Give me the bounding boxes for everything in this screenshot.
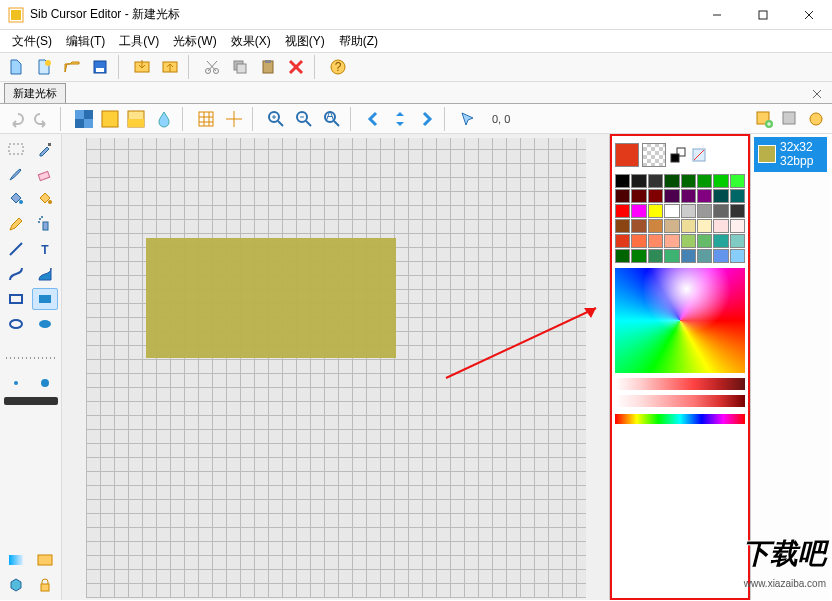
palette-swatch[interactable] [713, 174, 728, 188]
color-palette[interactable] [615, 174, 745, 263]
palette-swatch[interactable] [713, 234, 728, 248]
palette-swatch[interactable] [615, 189, 630, 203]
shade-bar-2[interactable] [615, 395, 745, 407]
palette-swatch[interactable] [681, 249, 696, 263]
swap-colors-icon[interactable] [669, 146, 687, 164]
curve-tool[interactable] [3, 263, 29, 285]
zoom-fit-button[interactable]: A [320, 107, 344, 131]
palette-swatch[interactable] [713, 219, 728, 233]
palette-swatch[interactable] [681, 189, 696, 203]
color-picker-tool[interactable] [32, 138, 58, 160]
palette-swatch[interactable] [631, 219, 646, 233]
palette-swatch[interactable] [681, 219, 696, 233]
palette-swatch[interactable] [664, 204, 679, 218]
palette-swatch[interactable] [730, 174, 745, 188]
brush-tool[interactable] [3, 163, 29, 185]
brush-size-2[interactable] [32, 372, 58, 394]
minimize-button[interactable] [694, 0, 740, 30]
text-tool[interactable]: T [32, 238, 58, 260]
bg-image-button[interactable] [124, 107, 148, 131]
menu-tools[interactable]: 工具(V) [113, 31, 165, 52]
zoom-out-button[interactable] [292, 107, 316, 131]
palette-swatch[interactable] [713, 189, 728, 203]
export-button[interactable] [158, 55, 182, 79]
menu-edit[interactable]: 编辑(T) [60, 31, 111, 52]
pixel-canvas[interactable] [86, 138, 586, 598]
palette-swatch[interactable] [648, 204, 663, 218]
cursor-hotspot-button[interactable] [456, 107, 480, 131]
zoom-in-button[interactable] [264, 107, 288, 131]
lock-tool[interactable] [32, 574, 58, 596]
palette-swatch[interactable] [697, 234, 712, 248]
copy-button[interactable] [228, 55, 252, 79]
paste-button[interactable] [256, 55, 280, 79]
filled-rect-tool[interactable] [32, 288, 58, 310]
rect-tool[interactable] [3, 288, 29, 310]
menu-help[interactable]: 帮助(Z) [333, 31, 384, 52]
palette-swatch[interactable] [681, 234, 696, 248]
palette-swatch[interactable] [615, 204, 630, 218]
ellipse-tool[interactable] [3, 313, 29, 335]
palette-swatch[interactable] [615, 174, 630, 188]
palette-swatch[interactable] [713, 249, 728, 263]
color-replace-tool[interactable] [32, 188, 58, 210]
palette-swatch[interactable] [648, 189, 663, 203]
palette-swatch[interactable] [648, 219, 663, 233]
open-button[interactable] [60, 55, 84, 79]
new-from-button[interactable] [32, 55, 56, 79]
spray-tool[interactable] [32, 213, 58, 235]
palette-swatch[interactable] [730, 219, 745, 233]
transparent-icon[interactable] [690, 146, 708, 164]
palette-swatch[interactable] [713, 204, 728, 218]
maximize-button[interactable] [740, 0, 786, 30]
palette-swatch[interactable] [648, 174, 663, 188]
move-right-button[interactable] [414, 107, 438, 131]
palette-swatch[interactable] [681, 174, 696, 188]
palette-swatch[interactable] [730, 204, 745, 218]
menu-effects[interactable]: 效果(X) [225, 31, 277, 52]
palette-swatch[interactable] [631, 204, 646, 218]
color-gradient-picker[interactable] [615, 268, 745, 373]
palette-swatch[interactable] [730, 249, 745, 263]
palette-swatch[interactable] [631, 234, 646, 248]
palette-swatch[interactable] [681, 204, 696, 218]
menu-view[interactable]: 视图(Y) [279, 31, 331, 52]
palette-swatch[interactable] [697, 174, 712, 188]
palette-swatch[interactable] [648, 249, 663, 263]
tabs-close-button[interactable] [808, 85, 826, 103]
menu-cursor[interactable]: 光标(W) [167, 31, 222, 52]
palette-swatch[interactable] [615, 249, 630, 263]
pencil-tool[interactable] [3, 213, 29, 235]
drop-button[interactable] [152, 107, 176, 131]
filled-ellipse-tool[interactable] [32, 313, 58, 335]
palette-swatch[interactable] [615, 234, 630, 248]
gradient-tool[interactable] [3, 549, 29, 571]
palette-swatch[interactable] [664, 249, 679, 263]
brush-size-1[interactable] [3, 372, 29, 394]
palette-swatch[interactable] [631, 174, 646, 188]
background-swatch[interactable] [642, 143, 666, 167]
foreground-swatch[interactable] [615, 143, 639, 167]
line-tool[interactable] [3, 238, 29, 260]
palette-swatch[interactable] [664, 174, 679, 188]
redo-button[interactable] [30, 107, 54, 131]
grid-button[interactable] [194, 107, 218, 131]
import-button[interactable] [130, 55, 154, 79]
palette-swatch[interactable] [697, 219, 712, 233]
center-button[interactable] [222, 107, 246, 131]
fill-tool[interactable] [3, 188, 29, 210]
menu-file[interactable]: 文件(S) [6, 31, 58, 52]
add-frame-button[interactable] [752, 107, 776, 131]
close-button[interactable] [786, 0, 832, 30]
palette-swatch[interactable] [615, 219, 630, 233]
3d-tool[interactable] [3, 574, 29, 596]
palette-swatch[interactable] [631, 249, 646, 263]
palette-swatch[interactable] [664, 219, 679, 233]
tab-current[interactable]: 新建光标 [4, 83, 66, 103]
delete-button[interactable] [284, 55, 308, 79]
canvas-viewport[interactable] [62, 134, 609, 600]
hue-bar[interactable] [615, 414, 745, 424]
line-width-1[interactable] [4, 347, 58, 369]
palette-swatch[interactable] [730, 189, 745, 203]
palette-swatch[interactable] [697, 189, 712, 203]
